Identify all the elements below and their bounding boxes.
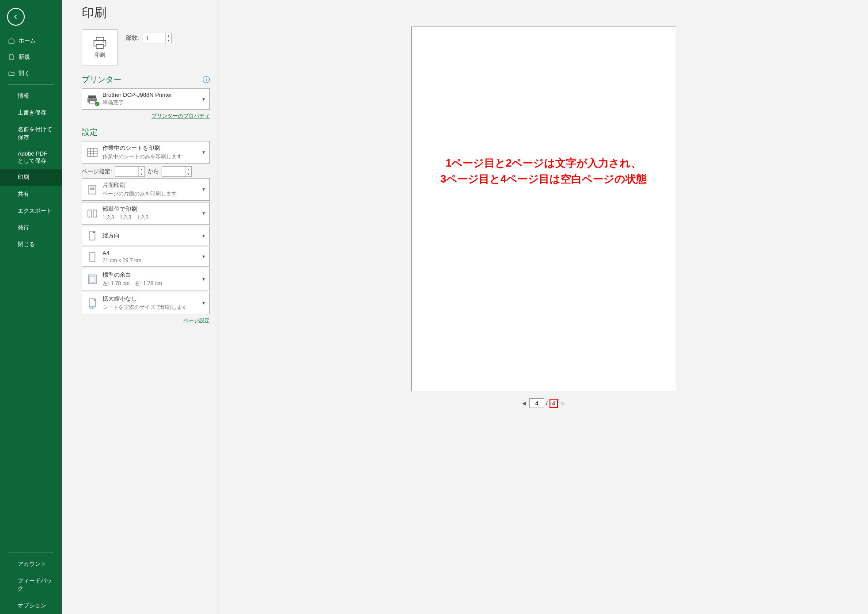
printer-properties-link[interactable]: プリンターのプロパティ — [152, 113, 210, 119]
printer-icon — [92, 36, 108, 50]
single-side-icon — [86, 183, 99, 196]
sidebar-account[interactable]: アカウント — [0, 556, 62, 572]
copies-value: 1 — [146, 35, 149, 42]
total-pages: 4 — [550, 399, 558, 408]
chevron-down-icon: ▼ — [201, 233, 206, 238]
copies-down[interactable]: ▼ — [166, 38, 171, 43]
setting-print-what[interactable]: 作業中のシートを印刷作業中のシートのみを印刷します ▼ — [82, 141, 210, 164]
prev-page-button[interactable]: ◀ — [520, 399, 527, 408]
back-button[interactable] — [7, 8, 25, 26]
chevron-down-icon: ▼ — [201, 150, 206, 155]
paper-size-icon — [86, 251, 99, 263]
info-icon[interactable]: i — [203, 76, 210, 83]
svg-rect-7 — [87, 149, 97, 156]
sidebar-open-label: 開く — [19, 70, 30, 77]
sheet-grid-icon — [86, 146, 99, 159]
sidebar-item-info[interactable]: 情報 — [0, 88, 62, 104]
setting-orientation[interactable]: 縦方向 ▼ — [82, 226, 210, 245]
setting-collate[interactable]: 部単位で印刷1,2,3 1,2,3 1,2,3 ▼ — [82, 202, 210, 225]
printer-name: Brother DCP-J988N Printer — [102, 92, 199, 98]
chevron-down-icon: ▼ — [201, 301, 206, 305]
margins-icon — [86, 273, 99, 286]
printer-section-title: プリンター — [82, 74, 121, 85]
sidebar-item-publish[interactable]: 発行 — [0, 219, 62, 236]
page-setup-link[interactable]: ページ設定 — [183, 317, 210, 324]
page-navigation: ◀ / 4 ▶ — [520, 398, 567, 408]
sidebar-item-share[interactable]: 共有 — [0, 186, 62, 202]
portrait-icon — [86, 229, 99, 242]
print-button[interactable]: 印刷 — [82, 29, 118, 65]
next-page-button[interactable]: ▶ — [560, 399, 567, 408]
sidebar-home[interactable]: ホーム — [0, 33, 62, 49]
sidebar-item-close[interactable]: 閉じる — [0, 236, 62, 253]
settings-section-title: 設定 — [82, 127, 98, 137]
sidebar: ホーム 新規 開く 情報 上書き保存 名前を付けて保存 Adobe PDF とし… — [0, 0, 62, 614]
home-icon — [8, 37, 15, 44]
sidebar-item-export[interactable]: エクスポート — [0, 202, 62, 219]
chevron-down-icon: ▼ — [201, 211, 206, 216]
folder-open-icon — [8, 70, 15, 77]
copies-input[interactable]: 1 ▲ ▼ — [143, 33, 172, 43]
chevron-down-icon: ▼ — [201, 254, 206, 259]
collate-icon — [86, 207, 99, 220]
sidebar-open[interactable]: 開く — [0, 65, 62, 82]
preview-page: 1ページ目と2ページは文字が入力され、 3ページ目と4ページ目は空白ページの状態 — [411, 27, 676, 391]
svg-rect-21 — [90, 276, 95, 282]
chevron-down-icon: ▼ — [201, 97, 206, 102]
sidebar-item-adobepdf[interactable]: Adobe PDF として保存 — [0, 146, 62, 169]
sidebar-new[interactable]: 新規 — [0, 49, 62, 65]
annotation-text: 1ページ目と2ページは文字が入力され、 3ページ目と4ページ目は空白ページの状態 — [425, 155, 663, 187]
setting-sides[interactable]: 片面印刷ページの片面のみを印刷します ▼ — [82, 178, 210, 201]
svg-rect-19 — [90, 252, 95, 261]
print-preview-panel: 1ページ目と2ページは文字が入力され、 3ページ目と4ページ目は空白ページの状態… — [219, 0, 868, 614]
arrow-left-icon — [12, 13, 20, 21]
sidebar-item-save[interactable]: 上書き保存 — [0, 104, 62, 121]
svg-rect-17 — [93, 210, 97, 217]
svg-rect-16 — [88, 210, 91, 217]
status-ready-icon — [95, 101, 100, 107]
copies-label: 部数: — [126, 34, 139, 42]
svg-rect-0 — [96, 37, 103, 40]
svg-point-3 — [103, 41, 105, 42]
print-button-label: 印刷 — [95, 51, 105, 59]
setting-margins[interactable]: 標準の余白左: 1.78 cm 右: 1.78 cm ▼ — [82, 268, 210, 290]
chevron-down-icon: ▼ — [201, 277, 206, 282]
sidebar-home-label: ホーム — [19, 37, 36, 45]
copies-up[interactable]: ▲ — [166, 33, 171, 38]
sidebar-options[interactable]: オプション — [0, 597, 62, 614]
svg-rect-4 — [88, 95, 96, 98]
scaling-icon: 100 — [86, 297, 99, 309]
print-settings-panel: 印刷 印刷 部数: 1 ▲ — [62, 0, 219, 614]
setting-scaling[interactable]: 100 拡大縮小なしシートを実際のサイズで印刷します ▼ — [82, 292, 210, 314]
pages-label: ページ指定: — [82, 168, 112, 175]
pages-to-input[interactable]: ▲▼ — [162, 166, 192, 177]
sidebar-item-print[interactable]: 印刷 — [0, 169, 62, 186]
printer-dropdown[interactable]: Brother DCP-J988N Printer 準備完了 ▼ — [82, 88, 210, 110]
current-page-input[interactable] — [529, 398, 544, 408]
sidebar-new-label: 新規 — [19, 53, 30, 61]
page-title: 印刷 — [82, 4, 210, 21]
svg-text:100: 100 — [89, 306, 95, 309]
svg-rect-2 — [96, 44, 103, 48]
sidebar-feedback[interactable]: フィードバック — [0, 572, 62, 597]
printer-status: 準備完了 — [102, 99, 199, 107]
chevron-down-icon: ▼ — [201, 187, 206, 192]
sidebar-item-saveas[interactable]: 名前を付けて保存 — [0, 121, 62, 146]
setting-paper-size[interactable]: A421 cm x 29.7 cm ▼ — [82, 247, 210, 267]
file-icon — [8, 53, 15, 61]
pages-from-input[interactable]: ▲▼ — [115, 166, 145, 177]
pages-to-label: から — [148, 168, 159, 175]
